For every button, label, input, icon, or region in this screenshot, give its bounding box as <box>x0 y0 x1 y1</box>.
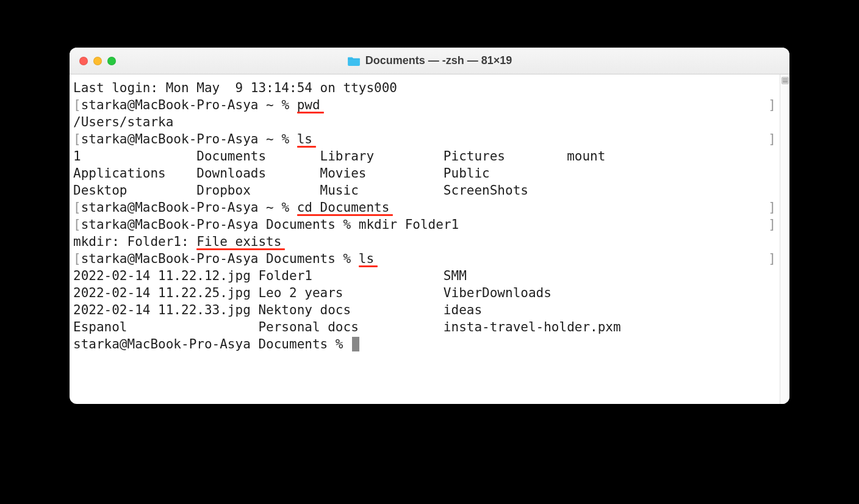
mkdir-error-msg: File exists <box>196 234 281 249</box>
ls-output-row: 1 Documents Library Pictures mount <box>73 148 776 165</box>
mkdir-error-line: mkdir: Folder1: File exists <box>73 233 776 250</box>
close-button[interactable] <box>79 57 88 65</box>
pwd-output: /Users/starka <box>73 113 776 131</box>
traffic-lights <box>79 57 116 65</box>
cursor <box>352 337 359 351</box>
prompt-ls2-line: [starka@MacBook-Pro-Asya Documents % ls] <box>73 250 776 267</box>
terminal-window: Documents — -zsh — 81×19 Last login: Mon… <box>70 48 789 404</box>
cmd-cd: cd Documents <box>297 200 390 215</box>
titlebar: Documents — -zsh — 81×19 <box>70 48 789 74</box>
window-body: Last login: Mon May 9 13:14:54 on ttys00… <box>70 74 789 404</box>
scroll-indicator-icon <box>782 77 789 84</box>
prompt-cursor-line: starka@MacBook-Pro-Asya Documents % <box>73 336 776 353</box>
terminal-content[interactable]: Last login: Mon May 9 13:14:54 on ttys00… <box>70 74 780 404</box>
cmd-ls2: ls <box>359 251 374 266</box>
cmd-mkdir: mkdir Folder1 <box>359 217 459 232</box>
ls2-output-row: 2022-02-14 11.22.25.jpg Leo 2 years Vibe… <box>73 284 776 301</box>
minimize-button[interactable] <box>93 57 102 65</box>
prompt-ls-line: [starka@MacBook-Pro-Asya ~ % ls] <box>73 131 776 148</box>
folder-icon <box>347 56 361 67</box>
window-title: Documents — -zsh — 81×19 <box>70 54 789 67</box>
cmd-ls: ls <box>297 132 312 146</box>
ls-output-row: Applications Downloads Movies Public <box>73 165 776 182</box>
ls2-output-row: 2022-02-14 11.22.33.jpg Nektony docs ide… <box>73 301 776 319</box>
prompt-pwd-line: [starka@MacBook-Pro-Asya ~ % pwd] <box>73 96 776 113</box>
ls2-output-row: 2022-02-14 11.22.12.jpg Folder1 SMM <box>73 267 776 284</box>
prompt-mkdir-line: [starka@MacBook-Pro-Asya Documents % mkd… <box>73 216 776 233</box>
zoom-button[interactable] <box>107 57 116 65</box>
ls2-output-row: Espanol Personal docs insta-travel-holde… <box>73 319 776 336</box>
last-login-line: Last login: Mon May 9 13:14:54 on ttys00… <box>73 79 776 96</box>
prompt-cd-line: [starka@MacBook-Pro-Asya ~ % cd Document… <box>73 199 776 216</box>
ls-output-row: Desktop Dropbox Music ScreenShots <box>73 182 776 199</box>
cmd-pwd: pwd <box>297 98 320 112</box>
scrollbar[interactable] <box>780 74 789 404</box>
window-title-text: Documents — -zsh — 81×19 <box>365 54 512 67</box>
